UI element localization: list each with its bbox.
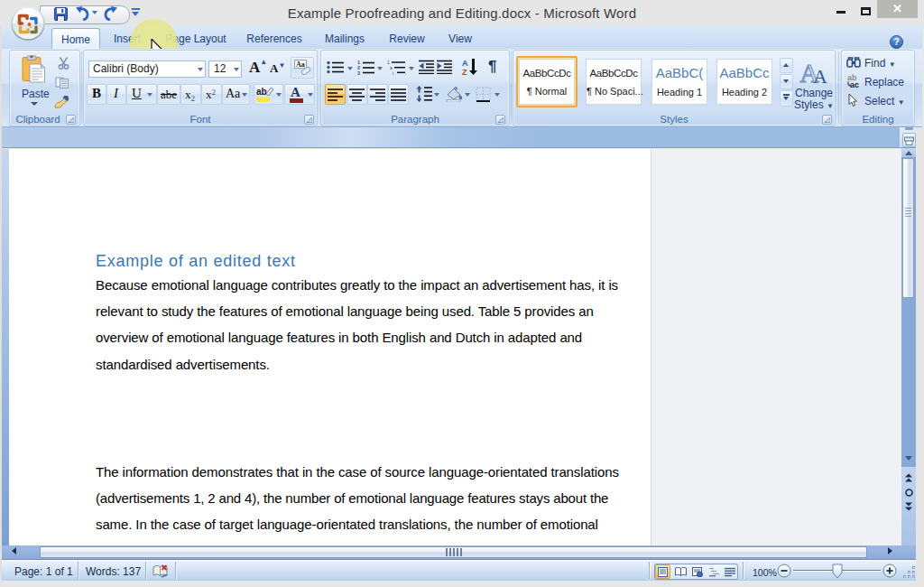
svg-text:?: ? <box>893 36 899 47</box>
svg-text:ab: ab <box>256 87 267 97</box>
svg-text:A: A <box>462 59 468 68</box>
svg-text:Aa: Aa <box>296 61 305 69</box>
svg-text:Z: Z <box>462 68 467 76</box>
svg-text:ac: ac <box>850 80 859 89</box>
svg-text:i: i <box>393 70 393 75</box>
svg-text:3: 3 <box>357 70 360 75</box>
svg-text:A: A <box>813 65 827 85</box>
